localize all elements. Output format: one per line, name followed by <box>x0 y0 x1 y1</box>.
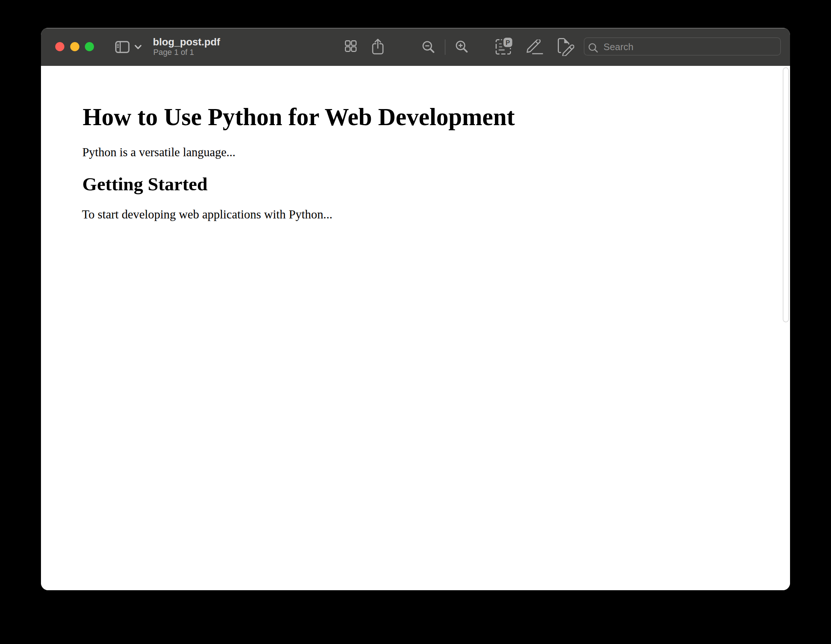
svg-text:P: P <box>505 39 510 46</box>
